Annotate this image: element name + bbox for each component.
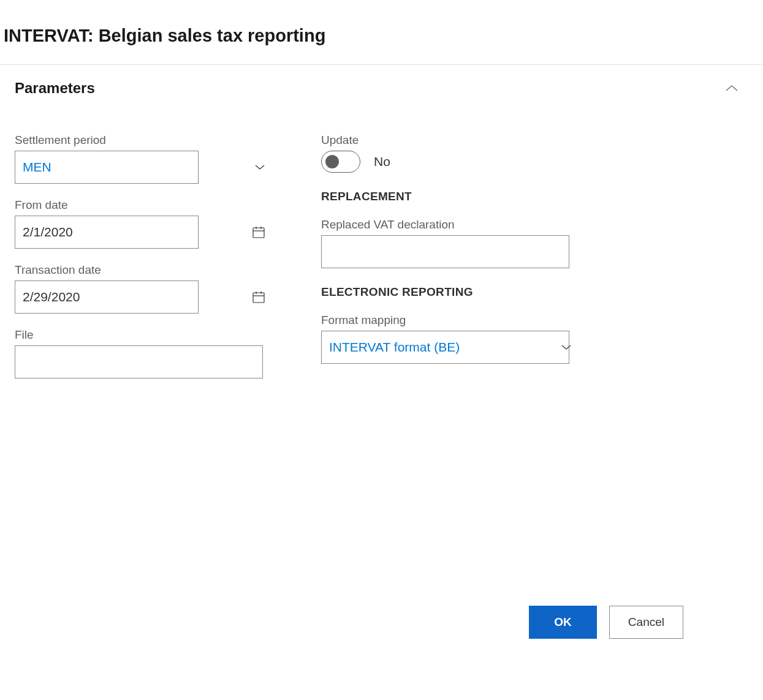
format-mapping-field: Format mapping — [321, 314, 579, 364]
collapse-section-button[interactable] — [725, 81, 738, 95]
section-title-parameters: Parameters — [15, 80, 95, 97]
parameters-left-column: Settlement period From date — [15, 134, 272, 393]
from-date-input[interactable] — [15, 216, 199, 249]
from-date-field: From date — [15, 198, 272, 249]
toggle-thumb — [325, 155, 339, 168]
file-field: File — [15, 328, 272, 378]
update-field: Update No — [321, 134, 579, 173]
format-mapping-input[interactable] — [321, 331, 569, 364]
chevron-up-icon — [725, 85, 738, 92]
transaction-date-label: Transaction date — [15, 263, 272, 277]
page-title: INTERVAT: Belgian sales tax reporting — [0, 0, 763, 64]
electronic-reporting-group-label: ELECTRONIC REPORTING — [321, 285, 579, 299]
format-mapping-label: Format mapping — [321, 314, 579, 327]
settlement-period-field: Settlement period — [15, 134, 272, 184]
replacement-group-label: REPLACEMENT — [321, 190, 579, 203]
update-toggle-value: No — [374, 154, 390, 169]
divider — [0, 64, 763, 65]
transaction-date-input[interactable] — [15, 280, 199, 314]
update-label: Update — [321, 134, 579, 147]
replaced-vat-input[interactable] — [321, 235, 569, 268]
ok-button[interactable]: OK — [529, 606, 597, 639]
settlement-period-input[interactable] — [15, 151, 199, 184]
dialog-footer: OK Cancel — [529, 606, 683, 639]
replaced-vat-label: Replaced VAT declaration — [321, 218, 579, 231]
file-input[interactable] — [15, 345, 263, 378]
replaced-vat-field: Replaced VAT declaration — [321, 218, 579, 268]
from-date-label: From date — [15, 198, 272, 212]
svg-rect-12 — [253, 293, 264, 303]
file-label: File — [15, 328, 272, 342]
calendar-icon — [251, 225, 266, 239]
parameters-section-header: Parameters — [0, 80, 763, 97]
update-toggle[interactable] — [321, 151, 360, 173]
svg-rect-0 — [253, 228, 264, 238]
settlement-period-label: Settlement period — [15, 134, 272, 147]
chevron-down-icon — [254, 164, 266, 171]
parameters-right-column: Update No REPLACEMENT Replaced VAT decla… — [321, 134, 579, 393]
transaction-date-field: Transaction date — [15, 263, 272, 314]
cancel-button[interactable]: Cancel — [609, 606, 683, 639]
calendar-icon — [251, 290, 266, 304]
